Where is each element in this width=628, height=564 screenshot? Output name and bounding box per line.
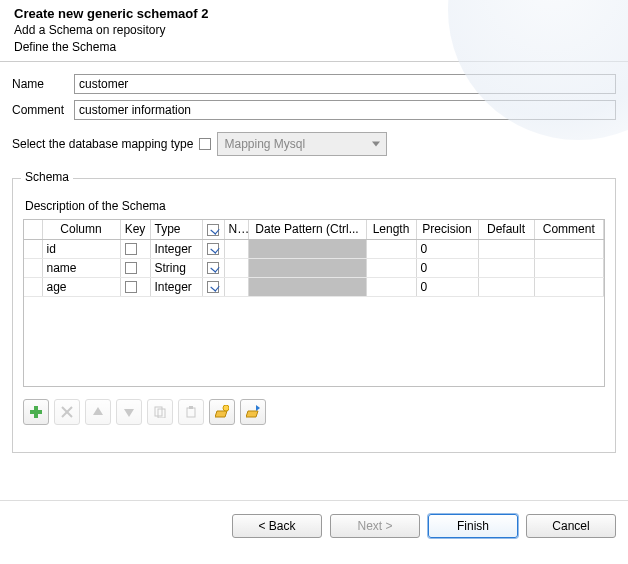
export-icon [246, 405, 260, 419]
cell-n2[interactable] [224, 277, 248, 296]
arrow-up-icon [92, 406, 104, 418]
paste-icon [185, 406, 197, 418]
svg-rect-1 [30, 410, 42, 414]
add-row-button[interactable] [23, 399, 49, 425]
cell-length[interactable] [366, 277, 416, 296]
schema-table: Column Key Type N.. Date Pattern (Ctrl..… [24, 220, 604, 297]
arrow-down-icon [123, 406, 135, 418]
comment-input[interactable] [74, 100, 616, 120]
cell-type[interactable]: String [150, 258, 202, 277]
finish-button[interactable]: Finish [428, 514, 518, 538]
cell-default[interactable] [478, 258, 534, 277]
dialog-body: Name Comment Select the database mapping… [0, 62, 628, 500]
svg-rect-8 [187, 408, 195, 417]
paste-button[interactable] [178, 399, 204, 425]
cell-date-pattern[interactable] [248, 239, 366, 258]
col-key[interactable]: Key [120, 220, 150, 239]
col-column[interactable]: Column [42, 220, 120, 239]
cell-comment[interactable] [534, 258, 604, 277]
cell-key[interactable] [120, 277, 150, 296]
cell-type[interactable]: Integer [150, 239, 202, 258]
nullable-checkbox[interactable] [207, 262, 219, 274]
cell-n2[interactable] [224, 258, 248, 277]
table-header-row: Column Key Type N.. Date Pattern (Ctrl..… [24, 220, 604, 239]
col-comment[interactable]: Comment [534, 220, 604, 239]
cell-nullable[interactable] [202, 277, 224, 296]
cell-length[interactable] [366, 258, 416, 277]
row-gutter [24, 239, 42, 258]
cell-comment[interactable] [534, 277, 604, 296]
header-checkbox-icon [207, 224, 219, 236]
cell-key[interactable] [120, 239, 150, 258]
svg-marker-11 [256, 405, 260, 411]
cell-nullable[interactable] [202, 239, 224, 258]
col-default[interactable]: Default [478, 220, 534, 239]
import-icon [215, 405, 229, 419]
table-row[interactable]: id Integer 0 [24, 239, 604, 258]
mapping-row: Select the database mapping type Mapping… [12, 132, 616, 156]
mapping-type-select[interactable]: Mapping Mysql [217, 132, 387, 156]
cell-column[interactable]: id [42, 239, 120, 258]
key-checkbox[interactable] [125, 281, 137, 293]
cell-n2[interactable] [224, 239, 248, 258]
cell-key[interactable] [120, 258, 150, 277]
delete-row-button[interactable] [54, 399, 80, 425]
dialog-title: Create new generic schemaof 2 [14, 6, 614, 21]
col-precision[interactable]: Precision [416, 220, 478, 239]
nullable-checkbox[interactable] [207, 243, 219, 255]
cell-precision[interactable]: 0 [416, 277, 478, 296]
back-button[interactable]: < Back [232, 514, 322, 538]
mapping-enable-checkbox[interactable] [199, 138, 211, 150]
schema-table-body: id Integer 0 name [24, 239, 604, 296]
copy-button[interactable] [147, 399, 173, 425]
col-header-check[interactable] [202, 220, 224, 239]
col-date-pattern[interactable]: Date Pattern (Ctrl... [248, 220, 366, 239]
key-checkbox[interactable] [125, 243, 137, 255]
cell-default[interactable] [478, 239, 534, 258]
dialog-footer: < Back Next > Finish Cancel [0, 500, 628, 550]
next-button: Next > [330, 514, 420, 538]
move-up-button[interactable] [85, 399, 111, 425]
col-type[interactable]: Type [150, 220, 202, 239]
move-down-button[interactable] [116, 399, 142, 425]
dialog-subtitle-2: Define the Schema [14, 40, 614, 55]
plus-icon [29, 405, 43, 419]
comment-row: Comment [12, 100, 616, 120]
cell-precision[interactable]: 0 [416, 258, 478, 277]
cell-date-pattern[interactable] [248, 277, 366, 296]
cell-nullable[interactable] [202, 258, 224, 277]
table-row[interactable]: age Integer 0 [24, 277, 604, 296]
cell-precision[interactable]: 0 [416, 239, 478, 258]
col-nullable[interactable]: N.. [224, 220, 248, 239]
svg-marker-4 [93, 407, 103, 415]
dialog-subtitle-1: Add a Schema on repository [14, 23, 614, 38]
cancel-button[interactable]: Cancel [526, 514, 616, 538]
cell-date-pattern[interactable] [248, 258, 366, 277]
x-icon [61, 406, 73, 418]
table-row[interactable]: name String 0 [24, 258, 604, 277]
cell-column[interactable]: age [42, 277, 120, 296]
table-toolbar [23, 399, 605, 425]
import-schema-button[interactable] [209, 399, 235, 425]
schema-legend: Schema [21, 170, 73, 184]
nullable-checkbox[interactable] [207, 281, 219, 293]
schema-group: Schema Description of the Schema Column … [12, 178, 616, 453]
comment-label: Comment [12, 103, 74, 117]
col-length[interactable]: Length [366, 220, 416, 239]
cell-type[interactable]: Integer [150, 277, 202, 296]
schema-table-wrap[interactable]: Column Key Type N.. Date Pattern (Ctrl..… [23, 219, 605, 387]
row-gutter [24, 277, 42, 296]
copy-icon [154, 406, 166, 418]
dialog-header: Create new generic schemaof 2 Add a Sche… [0, 0, 628, 62]
row-gutter [24, 258, 42, 277]
svg-rect-9 [189, 406, 193, 409]
key-checkbox[interactable] [125, 262, 137, 274]
mapping-label: Select the database mapping type [12, 137, 193, 151]
name-input[interactable] [74, 74, 616, 94]
cell-default[interactable] [478, 277, 534, 296]
cell-length[interactable] [366, 239, 416, 258]
schema-description: Description of the Schema [23, 199, 605, 213]
cell-comment[interactable] [534, 239, 604, 258]
cell-column[interactable]: name [42, 258, 120, 277]
export-schema-button[interactable] [240, 399, 266, 425]
